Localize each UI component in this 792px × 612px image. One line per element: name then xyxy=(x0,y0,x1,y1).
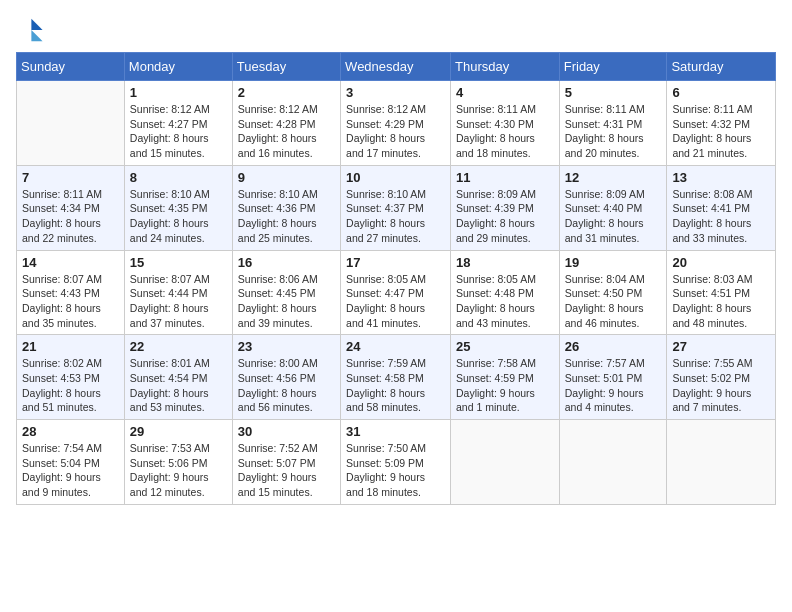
calendar-cell: 4 Sunrise: 8:11 AMSunset: 4:30 PMDayligh… xyxy=(451,81,560,166)
cell-info: Sunrise: 8:12 AMSunset: 4:27 PMDaylight:… xyxy=(130,102,227,161)
day-number: 18 xyxy=(456,255,554,270)
page-header xyxy=(16,16,776,44)
calendar-cell: 16 Sunrise: 8:06 AMSunset: 4:45 PMDaylig… xyxy=(232,250,340,335)
cell-info: Sunrise: 8:02 AMSunset: 4:53 PMDaylight:… xyxy=(22,356,119,415)
cell-info: Sunrise: 8:05 AMSunset: 4:47 PMDaylight:… xyxy=(346,272,445,331)
logo-icon xyxy=(16,16,44,44)
week-row-4: 21 Sunrise: 8:02 AMSunset: 4:53 PMDaylig… xyxy=(17,335,776,420)
weekday-header-tuesday: Tuesday xyxy=(232,53,340,81)
cell-info: Sunrise: 7:58 AMSunset: 4:59 PMDaylight:… xyxy=(456,356,554,415)
day-number: 19 xyxy=(565,255,662,270)
cell-info: Sunrise: 8:11 AMSunset: 4:34 PMDaylight:… xyxy=(22,187,119,246)
day-number: 13 xyxy=(672,170,770,185)
cell-info: Sunrise: 8:11 AMSunset: 4:31 PMDaylight:… xyxy=(565,102,662,161)
day-number: 24 xyxy=(346,339,445,354)
day-number: 12 xyxy=(565,170,662,185)
calendar-cell: 7 Sunrise: 8:11 AMSunset: 4:34 PMDayligh… xyxy=(17,165,125,250)
day-number: 27 xyxy=(672,339,770,354)
cell-info: Sunrise: 7:57 AMSunset: 5:01 PMDaylight:… xyxy=(565,356,662,415)
calendar-cell: 18 Sunrise: 8:05 AMSunset: 4:48 PMDaylig… xyxy=(451,250,560,335)
calendar-cell: 22 Sunrise: 8:01 AMSunset: 4:54 PMDaylig… xyxy=(124,335,232,420)
cell-info: Sunrise: 8:12 AMSunset: 4:28 PMDaylight:… xyxy=(238,102,335,161)
day-number: 29 xyxy=(130,424,227,439)
cell-info: Sunrise: 8:05 AMSunset: 4:48 PMDaylight:… xyxy=(456,272,554,331)
day-number: 9 xyxy=(238,170,335,185)
calendar-cell xyxy=(667,420,776,505)
cell-info: Sunrise: 8:01 AMSunset: 4:54 PMDaylight:… xyxy=(130,356,227,415)
calendar-cell: 13 Sunrise: 8:08 AMSunset: 4:41 PMDaylig… xyxy=(667,165,776,250)
day-number: 6 xyxy=(672,85,770,100)
calendar-cell: 2 Sunrise: 8:12 AMSunset: 4:28 PMDayligh… xyxy=(232,81,340,166)
weekday-header-sunday: Sunday xyxy=(17,53,125,81)
cell-info: Sunrise: 8:11 AMSunset: 4:30 PMDaylight:… xyxy=(456,102,554,161)
calendar-cell: 6 Sunrise: 8:11 AMSunset: 4:32 PMDayligh… xyxy=(667,81,776,166)
calendar-cell: 24 Sunrise: 7:59 AMSunset: 4:58 PMDaylig… xyxy=(341,335,451,420)
day-number: 15 xyxy=(130,255,227,270)
cell-info: Sunrise: 8:10 AMSunset: 4:37 PMDaylight:… xyxy=(346,187,445,246)
calendar-cell xyxy=(451,420,560,505)
calendar-cell: 15 Sunrise: 8:07 AMSunset: 4:44 PMDaylig… xyxy=(124,250,232,335)
calendar-cell: 17 Sunrise: 8:05 AMSunset: 4:47 PMDaylig… xyxy=(341,250,451,335)
calendar-cell: 12 Sunrise: 8:09 AMSunset: 4:40 PMDaylig… xyxy=(559,165,667,250)
calendar-cell: 3 Sunrise: 8:12 AMSunset: 4:29 PMDayligh… xyxy=(341,81,451,166)
cell-info: Sunrise: 8:04 AMSunset: 4:50 PMDaylight:… xyxy=(565,272,662,331)
calendar-cell: 19 Sunrise: 8:04 AMSunset: 4:50 PMDaylig… xyxy=(559,250,667,335)
calendar-cell: 11 Sunrise: 8:09 AMSunset: 4:39 PMDaylig… xyxy=(451,165,560,250)
cell-info: Sunrise: 8:11 AMSunset: 4:32 PMDaylight:… xyxy=(672,102,770,161)
weekday-header-saturday: Saturday xyxy=(667,53,776,81)
day-number: 10 xyxy=(346,170,445,185)
day-number: 25 xyxy=(456,339,554,354)
weekday-header-thursday: Thursday xyxy=(451,53,560,81)
cell-info: Sunrise: 7:55 AMSunset: 5:02 PMDaylight:… xyxy=(672,356,770,415)
week-row-5: 28 Sunrise: 7:54 AMSunset: 5:04 PMDaylig… xyxy=(17,420,776,505)
weekday-header-row: SundayMondayTuesdayWednesdayThursdayFrid… xyxy=(17,53,776,81)
day-number: 5 xyxy=(565,85,662,100)
calendar-cell: 20 Sunrise: 8:03 AMSunset: 4:51 PMDaylig… xyxy=(667,250,776,335)
day-number: 22 xyxy=(130,339,227,354)
cell-info: Sunrise: 7:52 AMSunset: 5:07 PMDaylight:… xyxy=(238,441,335,500)
day-number: 26 xyxy=(565,339,662,354)
calendar-cell: 26 Sunrise: 7:57 AMSunset: 5:01 PMDaylig… xyxy=(559,335,667,420)
cell-info: Sunrise: 7:54 AMSunset: 5:04 PMDaylight:… xyxy=(22,441,119,500)
calendar-cell: 8 Sunrise: 8:10 AMSunset: 4:35 PMDayligh… xyxy=(124,165,232,250)
cell-info: Sunrise: 8:06 AMSunset: 4:45 PMDaylight:… xyxy=(238,272,335,331)
cell-info: Sunrise: 7:59 AMSunset: 4:58 PMDaylight:… xyxy=(346,356,445,415)
weekday-header-friday: Friday xyxy=(559,53,667,81)
calendar-cell: 31 Sunrise: 7:50 AMSunset: 5:09 PMDaylig… xyxy=(341,420,451,505)
calendar-cell xyxy=(17,81,125,166)
weekday-header-monday: Monday xyxy=(124,53,232,81)
week-row-1: 1 Sunrise: 8:12 AMSunset: 4:27 PMDayligh… xyxy=(17,81,776,166)
day-number: 2 xyxy=(238,85,335,100)
svg-marker-1 xyxy=(31,30,42,41)
cell-info: Sunrise: 8:07 AMSunset: 4:43 PMDaylight:… xyxy=(22,272,119,331)
calendar-cell: 9 Sunrise: 8:10 AMSunset: 4:36 PMDayligh… xyxy=(232,165,340,250)
cell-info: Sunrise: 8:10 AMSunset: 4:36 PMDaylight:… xyxy=(238,187,335,246)
calendar-cell: 1 Sunrise: 8:12 AMSunset: 4:27 PMDayligh… xyxy=(124,81,232,166)
cell-info: Sunrise: 8:08 AMSunset: 4:41 PMDaylight:… xyxy=(672,187,770,246)
day-number: 30 xyxy=(238,424,335,439)
calendar-cell: 27 Sunrise: 7:55 AMSunset: 5:02 PMDaylig… xyxy=(667,335,776,420)
day-number: 7 xyxy=(22,170,119,185)
cell-info: Sunrise: 8:03 AMSunset: 4:51 PMDaylight:… xyxy=(672,272,770,331)
week-row-3: 14 Sunrise: 8:07 AMSunset: 4:43 PMDaylig… xyxy=(17,250,776,335)
day-number: 31 xyxy=(346,424,445,439)
week-row-2: 7 Sunrise: 8:11 AMSunset: 4:34 PMDayligh… xyxy=(17,165,776,250)
calendar-cell xyxy=(559,420,667,505)
day-number: 8 xyxy=(130,170,227,185)
cell-info: Sunrise: 8:12 AMSunset: 4:29 PMDaylight:… xyxy=(346,102,445,161)
calendar-cell: 21 Sunrise: 8:02 AMSunset: 4:53 PMDaylig… xyxy=(17,335,125,420)
cell-info: Sunrise: 7:50 AMSunset: 5:09 PMDaylight:… xyxy=(346,441,445,500)
cell-info: Sunrise: 8:00 AMSunset: 4:56 PMDaylight:… xyxy=(238,356,335,415)
cell-info: Sunrise: 7:53 AMSunset: 5:06 PMDaylight:… xyxy=(130,441,227,500)
logo xyxy=(16,16,48,44)
calendar-cell: 29 Sunrise: 7:53 AMSunset: 5:06 PMDaylig… xyxy=(124,420,232,505)
cell-info: Sunrise: 8:09 AMSunset: 4:39 PMDaylight:… xyxy=(456,187,554,246)
calendar-cell: 5 Sunrise: 8:11 AMSunset: 4:31 PMDayligh… xyxy=(559,81,667,166)
calendar-cell: 30 Sunrise: 7:52 AMSunset: 5:07 PMDaylig… xyxy=(232,420,340,505)
day-number: 28 xyxy=(22,424,119,439)
day-number: 23 xyxy=(238,339,335,354)
calendar-cell: 10 Sunrise: 8:10 AMSunset: 4:37 PMDaylig… xyxy=(341,165,451,250)
day-number: 21 xyxy=(22,339,119,354)
day-number: 1 xyxy=(130,85,227,100)
calendar-table: SundayMondayTuesdayWednesdayThursdayFrid… xyxy=(16,52,776,505)
